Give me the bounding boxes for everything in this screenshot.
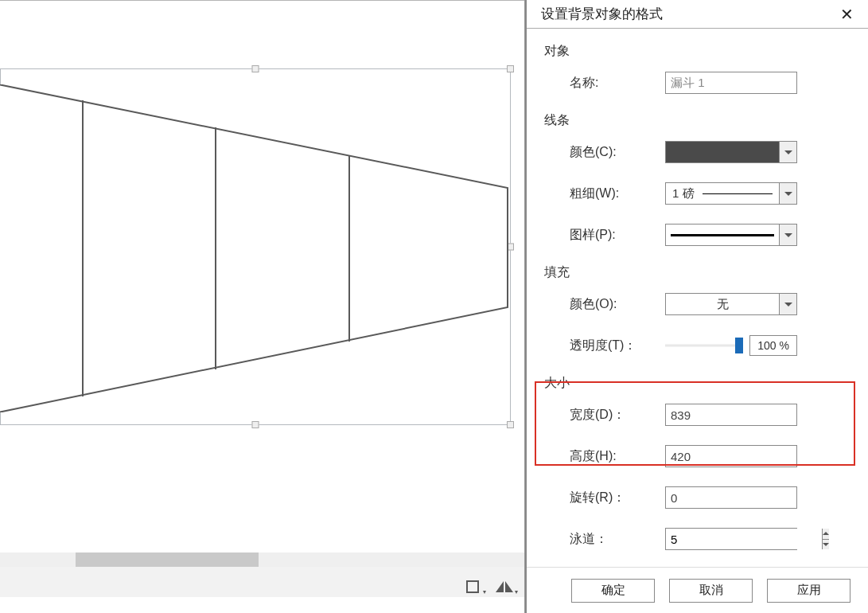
line-pattern-label: 图样(P): — [570, 227, 665, 244]
status-bar — [0, 567, 524, 597]
canvas-area[interactable] — [0, 0, 525, 613]
panel-footer: 确定 取消 应用 — [527, 567, 868, 613]
line-color-swatch — [666, 142, 779, 162]
resize-handle[interactable] — [507, 421, 514, 428]
name-label: 名称: — [570, 75, 665, 92]
resize-handle[interactable] — [252, 421, 259, 428]
format-panel: 设置背景对象的格式 ✕ 对象 名称: 线条 颜色(C): 粗细(W): 1 磅 … — [525, 0, 868, 613]
height-field[interactable] — [665, 445, 797, 467]
svg-rect-4 — [467, 581, 478, 592]
lanes-label: 泳道： — [570, 531, 665, 548]
line-color-label: 颜色(C): — [570, 144, 665, 161]
section-fill: 填充 — [544, 264, 850, 281]
resize-handle[interactable] — [507, 65, 514, 72]
spinner-down-icon[interactable] — [823, 540, 829, 550]
opacity-label: 透明度(T)： — [570, 338, 665, 354]
fill-color-combo[interactable]: 无 — [665, 293, 797, 315]
line-weight-value: 1 磅 — [672, 186, 695, 201]
slider-thumb[interactable] — [735, 338, 743, 353]
svg-marker-6 — [515, 591, 518, 594]
lanes-field[interactable] — [666, 529, 822, 549]
opacity-slider[interactable] — [665, 339, 743, 352]
line-pattern-combo[interactable] — [665, 224, 797, 246]
rotation-field[interactable] — [665, 486, 797, 509]
svg-marker-0 — [0, 84, 508, 412]
svg-marker-5 — [483, 591, 486, 594]
section-line: 线条 — [544, 112, 850, 129]
chevron-down-icon[interactable] — [779, 183, 796, 204]
statusbar-icon[interactable] — [492, 578, 520, 595]
cancel-button[interactable]: 取消 — [669, 579, 753, 603]
section-size: 大小 — [544, 375, 850, 392]
height-label: 高度(H): — [570, 448, 665, 465]
width-field[interactable] — [665, 404, 797, 426]
chevron-down-icon[interactable] — [779, 294, 796, 314]
section-object: 对象 — [544, 43, 850, 60]
close-icon[interactable]: ✕ — [840, 6, 854, 22]
panel-header: 设置背景对象的格式 ✕ — [527, 0, 868, 29]
funnel-shape[interactable] — [0, 84, 514, 412]
scrollbar-thumb[interactable] — [76, 552, 259, 567]
line-color-combo[interactable] — [665, 141, 797, 163]
fill-color-value: 无 — [666, 297, 779, 312]
resize-handle[interactable] — [252, 65, 259, 72]
ok-button[interactable]: 确定 — [571, 579, 655, 603]
line-weight-label: 粗细(W): — [570, 185, 665, 202]
fill-color-label: 颜色(O): — [570, 296, 665, 313]
horizontal-scrollbar[interactable] — [0, 552, 524, 567]
spinner-up-icon[interactable] — [823, 529, 829, 540]
panel-title: 设置背景对象的格式 — [541, 5, 840, 23]
opacity-value[interactable]: 100 % — [749, 335, 797, 356]
apply-button[interactable]: 应用 — [767, 579, 850, 603]
chevron-down-icon[interactable] — [779, 225, 796, 245]
statusbar-icon[interactable] — [462, 578, 489, 595]
line-weight-combo[interactable]: 1 磅 — [665, 182, 797, 205]
lanes-spinner[interactable] — [665, 528, 797, 550]
name-field[interactable] — [665, 72, 797, 94]
chevron-down-icon[interactable] — [779, 142, 796, 162]
width-label: 宽度(D)： — [570, 407, 665, 424]
line-pattern-sample — [671, 234, 774, 236]
rotation-label: 旋转(R)： — [570, 490, 665, 506]
